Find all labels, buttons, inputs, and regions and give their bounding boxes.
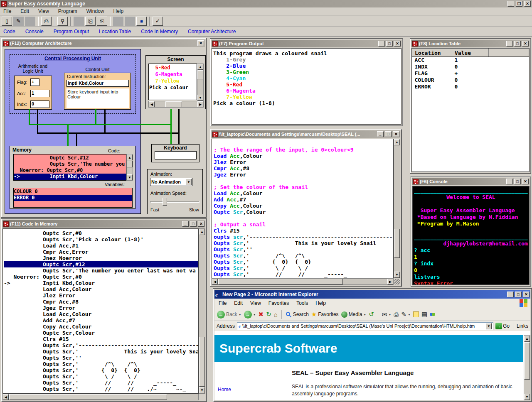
chevron-down-icon[interactable]: ▼ (363, 313, 366, 316)
print-button[interactable]: ⎙ (394, 311, 399, 318)
memory-line[interactable]: Add Acc,#7 (4, 317, 198, 324)
memory-line[interactable]: Ouptc Scr,#0 (4, 230, 198, 236)
mail-button[interactable]: ✉▼ (382, 311, 392, 318)
location-row[interactable]: INDX0 (412, 64, 529, 70)
current-instruction-field[interactable]: Inpti Kbd,Colour (66, 80, 129, 87)
new-file-icon[interactable]: ▯ (2, 17, 12, 26)
memory-line[interactable]: Ouptc Scr,Colour (4, 330, 198, 336)
memory-line[interactable]: Load Acc,Colour (4, 311, 198, 317)
ie-menu-tools[interactable]: Tools (296, 300, 308, 306)
blank-icon[interactable] (25, 17, 35, 26)
maximize-icon[interactable]: □ (190, 221, 197, 227)
scroll-thumb[interactable] (165, 101, 182, 107)
memory-line[interactable]: Oupts Scr,' /^\ /^\ (4, 361, 198, 367)
memory-line[interactable]: Jlez Error (4, 292, 198, 299)
scroll-down-icon[interactable]: ▼ (127, 174, 133, 180)
scroll-down-icon[interactable]: ▼ (394, 272, 400, 278)
memory-variable-row[interactable] (14, 201, 132, 207)
minimize-icon[interactable]: _ (182, 221, 189, 227)
memory-line[interactable]: Load Acc,#1 (4, 243, 198, 249)
favorites-button[interactable]: ★ Favorites (311, 311, 339, 318)
memory-line[interactable]: Oupts Scr,'-----------------------------… (4, 342, 198, 348)
messenger-button[interactable] (430, 313, 435, 316)
close-icon[interactable]: ✕ (522, 41, 529, 47)
memory-line[interactable]: Oupts Scr,'The number you enter last was… (4, 267, 198, 274)
tab-computer-achitecture[interactable]: Computer Achitecture (188, 29, 236, 34)
scroll-up-icon[interactable]: ▲ (197, 64, 203, 70)
console-area[interactable]: ___________________________________ Welc… (412, 186, 530, 285)
memory-code-row[interactable]: Ouptc Scr,#12 (14, 155, 126, 161)
acc-field[interactable]: 1 (30, 90, 49, 97)
scroll-left-icon[interactable]: ◀ (3, 394, 9, 400)
scroll-right-icon[interactable]: ▶ (197, 101, 203, 107)
edit-pen-icon[interactable]: ✎ (13, 17, 24, 26)
flag-field[interactable]: + (30, 78, 39, 86)
location-row[interactable]: ACC1 (412, 57, 529, 64)
print-icon[interactable]: ⎙ (41, 17, 52, 26)
memory-line[interactable]: Jnez Noerror (4, 255, 198, 261)
chevron-down-icon[interactable]: ▼ (408, 313, 411, 316)
menu-edit[interactable]: Edit (20, 8, 29, 14)
maximize-icon[interactable]: □ (514, 179, 521, 184)
scroll-down-icon[interactable]: ▼ (524, 394, 530, 400)
minimize-icon[interactable]: _ (506, 41, 513, 47)
scroll-up-icon[interactable]: ▲ (127, 154, 133, 160)
chevron-down-icon[interactable]: ▼ (388, 313, 391, 316)
edit-page-button[interactable]: ✎▼ (401, 311, 411, 318)
forward-button[interactable]: → ▼ (244, 311, 256, 319)
address-input[interactable]: e \\It_laptop\c\Documents and Settings\m… (237, 322, 493, 330)
close-icon[interactable]: ✕ (522, 179, 529, 184)
scroll-down-icon[interactable]: ▼ (197, 95, 203, 100)
tab-code-in-memory[interactable]: Code In Memory (141, 29, 178, 34)
home-button[interactable]: ⌂ (274, 311, 278, 318)
stop-button[interactable]: ✖ (259, 311, 264, 318)
minimize-icon[interactable]: _ (507, 292, 514, 297)
close-icon[interactable]: ✕ (394, 41, 401, 47)
memory-line[interactable]: Cmpr Acc,Error (4, 249, 198, 255)
scroll-thumb[interactable] (9, 394, 167, 400)
page-vertical-scrollbar[interactable]: ▲ ▼ (524, 335, 530, 400)
chevron-down-icon[interactable]: ▼ (186, 179, 192, 185)
scroll-right-icon[interactable]: ▶ (387, 279, 393, 284)
scroll-thumb[interactable] (199, 337, 205, 387)
close-icon[interactable]: ✕ (197, 40, 204, 46)
memory-line[interactable]: Clrs #15 (4, 336, 198, 342)
menu-window[interactable]: Window (86, 8, 104, 14)
speed-slider-track[interactable] (150, 201, 200, 203)
menu-help[interactable]: Help (113, 8, 124, 14)
minimize-icon[interactable]: _ (506, 179, 513, 184)
memory-variable-row[interactable]: ERROR 0 (14, 195, 132, 201)
scroll-thumb[interactable] (218, 279, 343, 284)
memory-line[interactable]: Ouptc Scr,#12 (4, 261, 198, 267)
location-row[interactable]: ERROR0 (412, 83, 529, 90)
memory-line[interactable]: Oupts Scr,' \ / \ / (4, 373, 198, 380)
memory-line[interactable]: Cmpr Acc,#8 (4, 299, 198, 305)
chevron-down-icon[interactable]: ▼ (486, 323, 492, 329)
resize-grip[interactable] (394, 279, 400, 284)
chevron-down-icon[interactable]: ▼ (253, 313, 256, 316)
menu-file[interactable]: File (3, 8, 11, 14)
memory-line[interactable]: Oupts Scr,' This is your lovely Snail (4, 348, 198, 355)
memory-variable-row[interactable]: COLOUR 0 (14, 189, 132, 195)
tab-location-table[interactable]: Location Table (99, 29, 131, 34)
scroll-thumb[interactable] (394, 229, 400, 258)
history-button[interactable]: ↺ (369, 311, 374, 318)
sidebar-button[interactable]: ▤ (421, 311, 427, 318)
scroll-up-icon[interactable]: ▲ (394, 139, 400, 145)
memory-code-row[interactable]: Noerror: Ouptc Scr,#0 (14, 167, 126, 174)
stop-icon[interactable]: ■ (136, 17, 147, 26)
scroll-up-icon[interactable]: ▲ (199, 229, 205, 235)
scroll-left-icon[interactable]: ◀ (212, 279, 218, 284)
close-icon[interactable]: ✕ (523, 292, 530, 297)
memory-line[interactable]: Jgez Error (4, 305, 198, 311)
minimize-icon[interactable]: _ (377, 131, 384, 137)
close-icon[interactable]: ✕ (198, 221, 204, 227)
memory-line[interactable]: Oupts Scr,' // // ./~ ~-_ (4, 386, 198, 392)
memory-code-row[interactable]: -> Inpti Kbd,Colour (14, 174, 126, 180)
memory-line[interactable]: -> Inpti Kbd,Colour (4, 280, 198, 286)
blank-icon[interactable] (125, 17, 135, 26)
blank-icon[interactable] (113, 17, 123, 26)
menu-view[interactable]: View (38, 8, 49, 14)
memory-line[interactable]: Noerror: Ouptc Scr,#0 (4, 274, 198, 280)
speed-slider-thumb[interactable] (163, 198, 167, 206)
